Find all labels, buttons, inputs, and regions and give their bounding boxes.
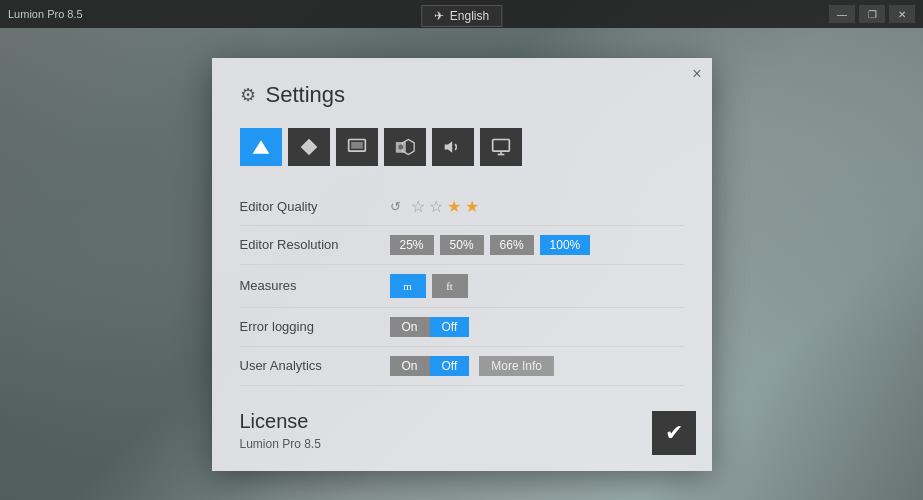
tab-monitor[interactable] — [480, 128, 522, 166]
measure-imperial[interactable]: ft — [432, 274, 468, 298]
star-4[interactable]: ★ — [465, 197, 479, 216]
res-25[interactable]: 25% — [390, 235, 434, 255]
user-analytics-label: User Analytics — [240, 358, 390, 373]
triangle-up-icon — [251, 137, 271, 157]
measures-label: Measures — [240, 278, 390, 293]
user-analytics-off[interactable]: Off — [430, 356, 470, 376]
error-logging-on[interactable]: On — [390, 317, 430, 337]
tab-render[interactable] — [384, 128, 426, 166]
svg-marker-1 — [300, 138, 317, 155]
user-analytics-row: User Analytics On Off More Info — [240, 347, 684, 386]
tab-audio[interactable] — [432, 128, 474, 166]
gear-icon: ⚙ — [240, 84, 256, 106]
user-analytics-on[interactable]: On — [390, 356, 430, 376]
settings-header: ⚙ Settings — [240, 82, 684, 108]
viewport-icon — [347, 137, 367, 157]
language-button[interactable]: ✈ English — [421, 5, 502, 27]
license-text: Lumion Pro 8.5 — [240, 437, 684, 451]
svg-point-5 — [398, 144, 403, 149]
measures-row: Measures m ft — [240, 265, 684, 308]
settings-panel: × ⚙ Settings — [212, 58, 712, 471]
confirm-button[interactable]: ✔ — [652, 411, 696, 455]
error-logging-off[interactable]: Off — [430, 317, 470, 337]
camera-icon — [395, 137, 415, 157]
user-analytics-toggle: On Off — [390, 356, 470, 376]
reset-icon[interactable]: ↺ — [390, 199, 401, 214]
error-logging-row: Error logging On Off — [240, 308, 684, 347]
editor-resolution-controls: 25% 50% 66% 100% — [390, 235, 591, 255]
settings-tabs — [240, 128, 684, 166]
res-66[interactable]: 66% — [490, 235, 534, 255]
measure-metric[interactable]: m — [390, 274, 426, 298]
settings-title: Settings — [266, 82, 346, 108]
res-50[interactable]: 50% — [440, 235, 484, 255]
star-2[interactable]: ☆ — [429, 197, 443, 216]
tab-viewport[interactable] — [336, 128, 378, 166]
diamond-icon — [299, 137, 319, 157]
settings-close-button[interactable]: × — [692, 66, 701, 82]
window-controls: — ❐ ✕ — [829, 5, 915, 23]
editor-resolution-label: Editor Resolution — [240, 237, 390, 252]
svg-rect-7 — [492, 139, 509, 151]
error-logging-label: Error logging — [240, 319, 390, 334]
speaker-icon — [443, 137, 463, 157]
svg-marker-0 — [252, 140, 269, 153]
monitor-icon — [491, 137, 511, 157]
editor-quality-label: Editor Quality — [240, 199, 390, 214]
editor-resolution-row: Editor Resolution 25% 50% 66% 100% — [240, 226, 684, 265]
license-title: License — [240, 410, 684, 433]
star-rating: ☆ ☆ ★ ★ — [411, 197, 479, 216]
tab-general[interactable] — [240, 128, 282, 166]
restore-button[interactable]: ❐ — [859, 5, 885, 23]
tab-display[interactable] — [288, 128, 330, 166]
svg-rect-3 — [351, 142, 363, 149]
settings-overlay: × ⚙ Settings — [0, 28, 923, 500]
user-analytics-controls: On Off More Info — [390, 356, 555, 376]
editor-quality-controls: ↺ ☆ ☆ ★ ★ — [390, 197, 479, 216]
svg-marker-6 — [444, 141, 452, 153]
minimize-button[interactable]: — — [829, 5, 855, 23]
close-window-button[interactable]: ✕ — [889, 5, 915, 23]
license-section: License Lumion Pro 8.5 — [240, 410, 684, 451]
translate-icon: ✈ — [434, 9, 444, 23]
language-label: English — [450, 9, 489, 23]
error-logging-controls: On Off — [390, 317, 470, 337]
editor-quality-row: Editor Quality ↺ ☆ ☆ ★ ★ — [240, 188, 684, 226]
star-1[interactable]: ☆ — [411, 197, 425, 216]
app-title: Lumion Pro 8.5 — [8, 8, 83, 20]
res-100[interactable]: 100% — [540, 235, 591, 255]
more-info-button[interactable]: More Info — [479, 356, 554, 376]
measures-controls: m ft — [390, 274, 468, 298]
star-3[interactable]: ★ — [447, 197, 461, 216]
